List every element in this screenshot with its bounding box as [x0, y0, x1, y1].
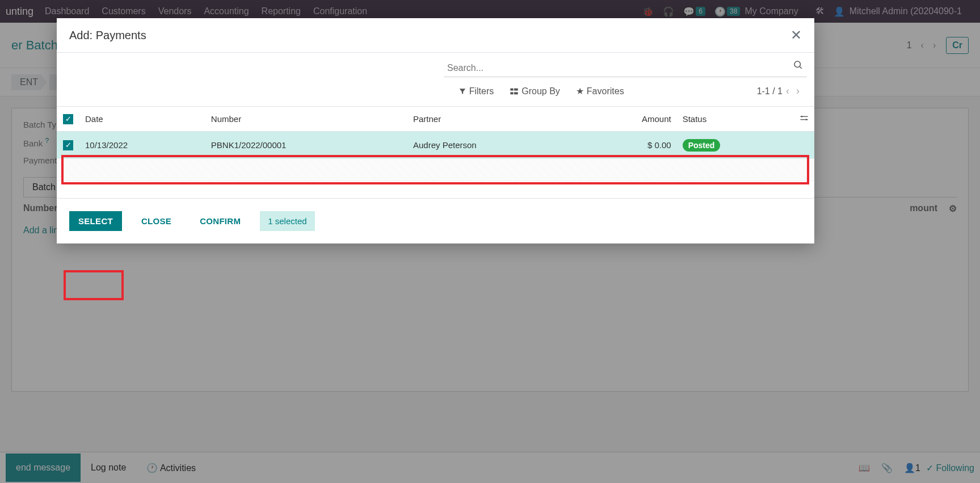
select-button[interactable]: SELECT	[69, 211, 122, 231]
table-row[interactable]: ✓ 10/13/2022 PBNK1/2022/00001 Audrey Pet…	[57, 132, 814, 158]
favorites-button[interactable]: ★ Favorites	[576, 86, 624, 96]
svg-rect-4	[511, 92, 514, 94]
cell-number: PBNK1/2022/00001	[205, 132, 407, 158]
modal-pager-info: 1-1 / 1	[757, 86, 783, 96]
close-icon[interactable]: ✕	[790, 28, 802, 42]
group-by-button[interactable]: Group By	[510, 86, 560, 96]
col-number[interactable]: Number	[205, 107, 407, 132]
cell-partner: Audrey Peterson	[407, 132, 582, 158]
col-date[interactable]: Date	[79, 107, 205, 132]
modal-pager-next[interactable]: ›	[793, 85, 803, 97]
selected-count: 1 selected	[260, 211, 314, 231]
confirm-button[interactable]: CONFIRM	[191, 211, 250, 231]
svg-rect-7	[800, 116, 807, 117]
svg-rect-5	[514, 92, 518, 94]
add-payments-modal: Add: Payments ✕ Filters Group By	[57, 18, 814, 243]
col-status[interactable]: Status	[677, 107, 792, 132]
col-amount[interactable]: Amount	[582, 107, 676, 132]
row-checkbox[interactable]: ✓	[63, 140, 73, 150]
modal-title: Add: Payments	[69, 29, 146, 42]
svg-rect-9	[800, 119, 807, 120]
optional-columns-icon[interactable]	[800, 115, 809, 124]
filters-button[interactable]: Filters	[459, 86, 494, 96]
search-input[interactable]	[444, 60, 807, 77]
search-icon[interactable]	[793, 60, 803, 77]
status-badge: Posted	[683, 139, 721, 152]
svg-rect-3	[514, 88, 518, 90]
svg-point-0	[794, 61, 801, 68]
svg-rect-2	[511, 88, 514, 90]
payments-table: ✓ Date Number Partner Amount Status ✓	[57, 107, 814, 158]
col-partner[interactable]: Partner	[407, 107, 582, 132]
svg-line-1	[800, 66, 801, 68]
cell-date: 10/13/2022	[79, 132, 205, 158]
select-all-checkbox[interactable]: ✓	[63, 114, 73, 124]
close-button[interactable]: CLOSE	[132, 211, 180, 231]
modal-pager-prev[interactable]: ‹	[783, 85, 793, 97]
cell-amount: $ 0.00	[582, 132, 676, 158]
